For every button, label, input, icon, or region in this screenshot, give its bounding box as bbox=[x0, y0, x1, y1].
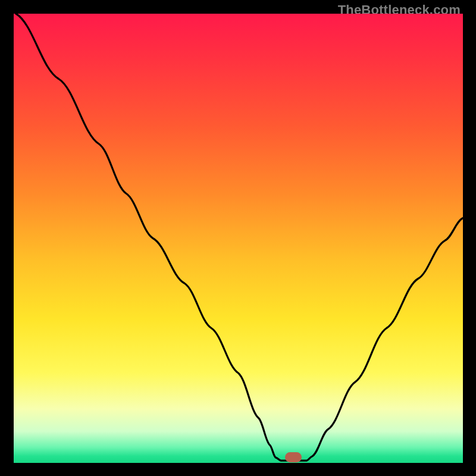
gradient-background bbox=[14, 14, 463, 463]
chart-svg bbox=[14, 14, 463, 463]
chart-plot-area bbox=[14, 14, 463, 463]
optimal-point-marker bbox=[285, 452, 302, 462]
